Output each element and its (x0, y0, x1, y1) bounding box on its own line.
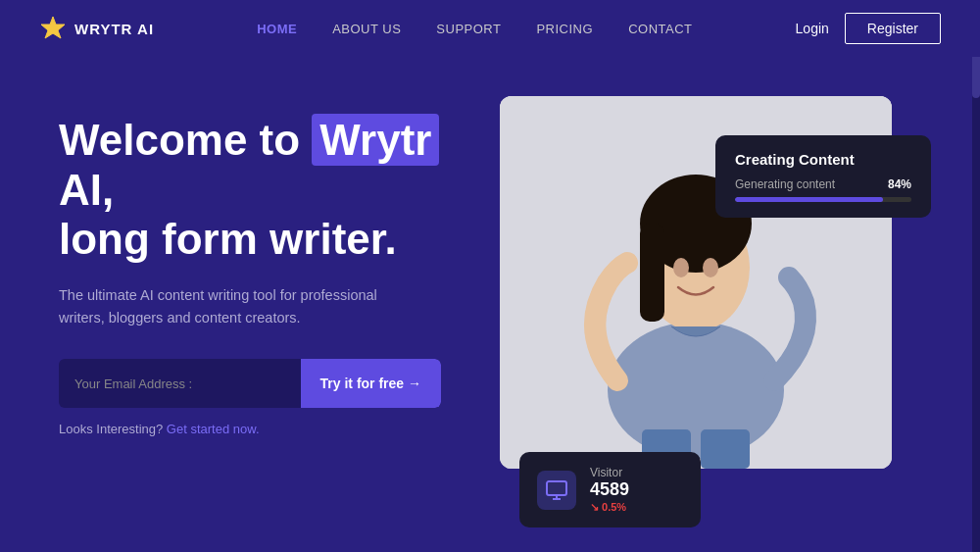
visitor-change: ↘ 0.5% (590, 501, 629, 514)
logo-icon (39, 15, 67, 42)
hero-title: Welcome to Wrytr AI, long form writer. (59, 116, 470, 265)
nav-home[interactable]: HOME (257, 22, 297, 36)
visitor-count: 4589 (590, 479, 629, 501)
card-title: Creating Content (735, 151, 911, 168)
visitor-label: Visitor (590, 466, 629, 479)
email-input[interactable] (59, 376, 301, 391)
looks-interesting: Looks Interesting? Get started now. (59, 422, 470, 436)
visitor-card: Visitor 4589 ↘ 0.5% (519, 452, 701, 527)
hero-subtitle: The ultimate AI content writing tool for… (59, 284, 421, 329)
nav-support[interactable]: SUPPORT (436, 22, 501, 36)
try-free-button[interactable]: Try it for free → (301, 359, 441, 408)
hero-title-part2: AI, (59, 166, 114, 214)
svg-marker-0 (41, 17, 65, 38)
hero-title-line2: long form writer. (59, 215, 397, 263)
monitor-icon (546, 479, 567, 501)
nav-about[interactable]: ABOUT US (332, 22, 401, 36)
creating-content-card: Creating Content Generating content 84% (715, 135, 931, 218)
svg-rect-6 (640, 224, 664, 322)
visitor-info: Visitor 4589 ↘ 0.5% (590, 466, 629, 514)
brand: WRYTR AI (39, 15, 154, 42)
visitor-icon-wrap (537, 471, 576, 510)
hero-left: Welcome to Wrytr AI, long form writer. T… (59, 106, 470, 436)
svg-point-7 (673, 258, 689, 277)
navbar: WRYTR AI HOME ABOUT US SUPPORT PRICING C… (0, 0, 980, 57)
nav-links: HOME ABOUT US SUPPORT PRICING CONTACT (257, 22, 692, 36)
get-started-link[interactable]: Get started now. (167, 422, 260, 436)
register-button[interactable]: Register (845, 13, 941, 44)
hero-title-highlight: Wrytr (312, 114, 439, 166)
email-form: Try it for free → (59, 359, 441, 408)
brand-name: WRYTR AI (74, 21, 154, 37)
nav-contact[interactable]: CONTACT (628, 22, 692, 36)
progress-bar-fill (735, 197, 883, 202)
navbar-actions: Login Register (796, 13, 941, 44)
card-progress-row: Generating content 84% (735, 177, 911, 191)
card-label: Generating content (735, 177, 835, 191)
svg-point-2 (608, 322, 784, 459)
scrollbar[interactable] (972, 0, 980, 552)
progress-bar (735, 197, 911, 202)
svg-rect-10 (701, 429, 750, 469)
card-percent: 84% (888, 177, 911, 191)
svg-point-8 (703, 258, 718, 277)
nav-pricing[interactable]: PRICING (536, 22, 593, 36)
login-button[interactable]: Login (796, 21, 829, 36)
svg-rect-11 (547, 481, 566, 495)
hero-title-part1: Welcome to (59, 116, 312, 164)
hero-right: Creating Content Generating content 84% … (500, 96, 921, 508)
main-content: Welcome to Wrytr AI, long form writer. T… (0, 106, 980, 508)
